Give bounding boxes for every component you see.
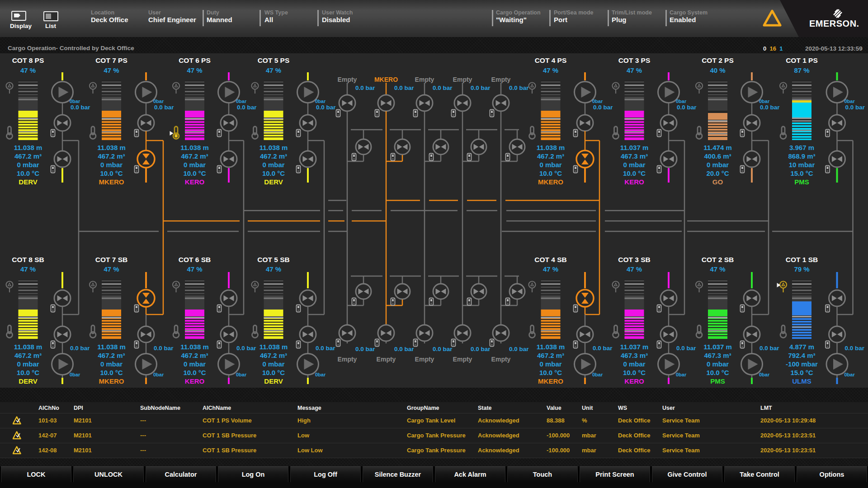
svg-text:11.474 m: 11.474 m xyxy=(703,144,732,151)
svg-text:4.877 m: 4.877 m xyxy=(789,343,814,351)
svg-text:467.3 m³: 467.3 m³ xyxy=(621,352,648,359)
svg-text:47 %: 47 % xyxy=(20,66,36,74)
svg-text:ULMS: ULMS xyxy=(792,377,811,385)
svg-text:0bar: 0bar xyxy=(315,99,326,104)
svg-text:467.2 m³: 467.2 m³ xyxy=(181,352,208,359)
svg-text:Empty: Empty xyxy=(491,76,511,83)
svg-text:0.0 bar: 0.0 bar xyxy=(845,104,865,111)
svg-text:0.0 bar: 0.0 bar xyxy=(236,345,256,352)
svg-text:87 %: 87 % xyxy=(794,66,809,74)
svg-text:GO: GO xyxy=(712,178,723,186)
svg-text:47 %: 47 % xyxy=(187,66,202,74)
svg-text:0bar: 0bar xyxy=(759,99,770,104)
svg-text:Empty: Empty xyxy=(415,76,434,83)
svg-text:KERO: KERO xyxy=(624,377,644,385)
svg-text:10.0 °C: 10.0 °C xyxy=(262,369,285,376)
svg-text:Empty: Empty xyxy=(453,76,472,83)
svg-text:-100 mbar: -100 mbar xyxy=(786,360,818,368)
svg-text:467.2 m³: 467.2 m³ xyxy=(537,152,564,160)
svg-text:0.0 bar: 0.0 bar xyxy=(355,84,375,91)
svg-text:10.0 °C: 10.0 °C xyxy=(100,169,123,177)
svg-text:467.3 m³: 467.3 m³ xyxy=(704,352,731,359)
svg-text:COT 2 SB: COT 2 SB xyxy=(702,256,734,263)
svg-text:KERO: KERO xyxy=(185,178,205,186)
svg-text:0bar: 0bar xyxy=(592,99,603,104)
svg-text:0.0 bar: 0.0 bar xyxy=(154,104,174,111)
svg-text:0 mbar: 0 mbar xyxy=(623,360,645,368)
svg-text:0bar: 0bar xyxy=(70,99,80,104)
svg-text:0bar: 0bar xyxy=(236,99,247,104)
svg-text:10.0 °C: 10.0 °C xyxy=(706,369,729,376)
svg-text:DERV: DERV xyxy=(264,377,283,385)
svg-text:11.037 m: 11.037 m xyxy=(703,343,732,351)
svg-text:0.0 bar: 0.0 bar xyxy=(316,345,335,352)
svg-text:0bar: 0bar xyxy=(676,99,687,104)
svg-text:0.0 bar: 0.0 bar xyxy=(471,346,491,352)
svg-text:0.0 bar: 0.0 bar xyxy=(845,345,865,352)
svg-text:COT 6 PS: COT 6 PS xyxy=(179,56,211,64)
svg-text:0bar: 0bar xyxy=(844,372,855,377)
svg-text:10.0 °C: 10.0 °C xyxy=(539,369,562,376)
svg-text:0bar: 0bar xyxy=(236,372,247,377)
svg-text:47 %: 47 % xyxy=(710,265,725,273)
svg-text:0 mbar: 0 mbar xyxy=(17,360,39,368)
svg-text:COT 8 PS: COT 8 PS xyxy=(12,56,44,64)
svg-text:MKERO: MKERO xyxy=(538,178,563,186)
svg-text:467.3 m³: 467.3 m³ xyxy=(621,152,648,160)
svg-text:10.0 °C: 10.0 °C xyxy=(100,369,123,376)
svg-text:467.2 m³: 467.2 m³ xyxy=(98,152,125,160)
svg-text:0 mbar: 0 mbar xyxy=(707,161,729,169)
svg-text:Empty: Empty xyxy=(453,356,472,363)
svg-text:0 mbar: 0 mbar xyxy=(707,360,729,368)
svg-text:0 mbar: 0 mbar xyxy=(539,360,561,368)
svg-text:11.038 m: 11.038 m xyxy=(537,144,565,151)
svg-text:11.037 m: 11.037 m xyxy=(620,343,649,351)
svg-text:0.0 bar: 0.0 bar xyxy=(509,346,529,352)
svg-text:0bar: 0bar xyxy=(70,372,80,377)
svg-text:11.037 m: 11.037 m xyxy=(620,144,649,151)
svg-text:MKERO: MKERO xyxy=(538,377,563,385)
svg-text:47 %: 47 % xyxy=(627,66,642,74)
svg-text:COT 8 SB: COT 8 SB xyxy=(12,256,44,263)
svg-text:0.0 bar: 0.0 bar xyxy=(433,346,453,352)
svg-text:0.0 bar: 0.0 bar xyxy=(593,345,613,352)
svg-text:0bar: 0bar xyxy=(676,372,687,377)
svg-text:10.0 °C: 10.0 °C xyxy=(262,169,285,177)
svg-text:0 mbar: 0 mbar xyxy=(539,161,561,169)
svg-text:47 %: 47 % xyxy=(266,66,281,74)
svg-text:11.038 m: 11.038 m xyxy=(97,144,126,151)
svg-text:467.2 m³: 467.2 m³ xyxy=(14,152,42,160)
svg-text:0bar: 0bar xyxy=(315,372,326,377)
svg-text:0.0 bar: 0.0 bar xyxy=(71,104,90,111)
svg-text:868.9 m³: 868.9 m³ xyxy=(788,152,815,160)
svg-text:DERV: DERV xyxy=(19,178,37,186)
svg-text:COT 7 PS: COT 7 PS xyxy=(95,56,127,64)
svg-text:0bar: 0bar xyxy=(759,372,770,377)
svg-text:MKERO: MKERO xyxy=(374,76,398,83)
svg-text:792.4 m³: 792.4 m³ xyxy=(788,352,815,359)
svg-text:15.0 °C: 15.0 °C xyxy=(790,369,813,376)
svg-text:0 mbar: 0 mbar xyxy=(623,161,645,169)
svg-text:400.6 m³: 400.6 m³ xyxy=(704,152,731,160)
svg-text:PMS: PMS xyxy=(794,178,809,186)
svg-text:KERO: KERO xyxy=(185,377,205,385)
svg-text:Empty: Empty xyxy=(415,356,434,363)
svg-text:10.0 °C: 10.0 °C xyxy=(183,369,206,376)
svg-text:COT 5 PS: COT 5 PS xyxy=(258,56,290,64)
svg-text:0.0 bar: 0.0 bar xyxy=(433,84,453,91)
svg-text:COT 1 PS: COT 1 PS xyxy=(786,56,818,64)
svg-text:DERV: DERV xyxy=(264,178,283,186)
svg-text:11.038 m: 11.038 m xyxy=(97,343,126,351)
svg-text:DERV: DERV xyxy=(19,377,37,385)
svg-text:0 mbar: 0 mbar xyxy=(262,360,284,368)
svg-text:0 mbar: 0 mbar xyxy=(100,161,123,169)
svg-text:47 %: 47 % xyxy=(187,265,202,273)
svg-text:0 mbar: 0 mbar xyxy=(184,360,206,368)
svg-text:0 mbar: 0 mbar xyxy=(100,360,123,368)
svg-text:40 %: 40 % xyxy=(710,66,725,74)
svg-text:0bar: 0bar xyxy=(844,99,855,104)
svg-text:0.0 bar: 0.0 bar xyxy=(316,104,336,111)
svg-text:COT 1 SB: COT 1 SB xyxy=(786,256,818,263)
svg-text:PMS: PMS xyxy=(710,377,725,385)
svg-text:Empty: Empty xyxy=(338,356,357,363)
